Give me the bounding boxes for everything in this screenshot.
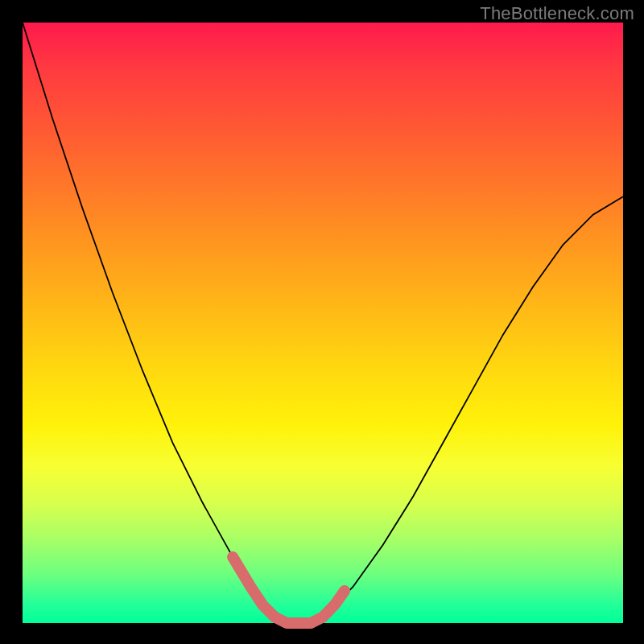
- bottleneck-curve: [23, 23, 623, 623]
- plot-svg: [23, 23, 623, 623]
- plot-area: [23, 23, 623, 623]
- watermark-text: TheBottleneck.com: [480, 3, 634, 24]
- chart-stage: TheBottleneck.com: [0, 0, 644, 644]
- highlight-segment: [233, 557, 345, 623]
